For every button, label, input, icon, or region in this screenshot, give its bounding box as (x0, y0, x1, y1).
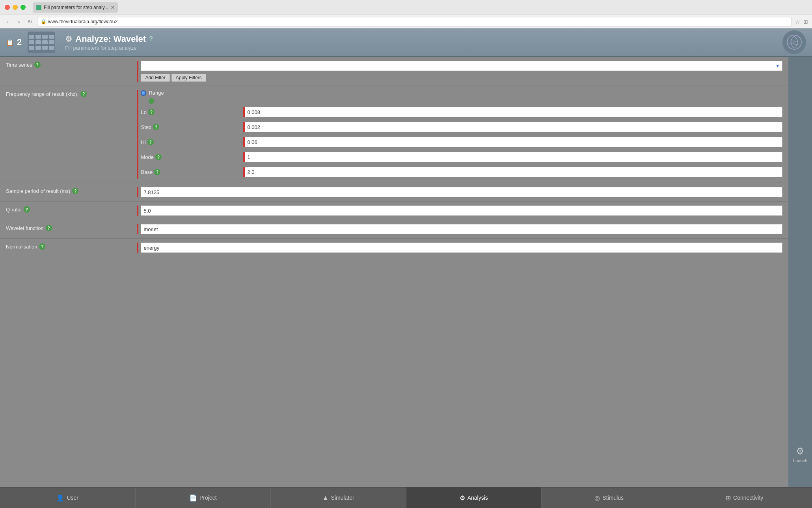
nav-analysis[interactable]: ⚙ Analysis (406, 487, 542, 508)
time-series-control: ▼ Add Filter Apply Filters (141, 61, 782, 82)
normalisation-controls: energy (137, 243, 782, 253)
nav-stimulus[interactable]: ◎ Stimulus (542, 487, 677, 508)
frequency-required-indicator (137, 90, 138, 179)
sample-period-help-icon[interactable]: ? (72, 188, 78, 194)
mode-label: Mode ? (141, 154, 243, 160)
frequency-controls: Range Lo ? (137, 90, 782, 179)
wavelet-fn-select[interactable]: morlet (141, 224, 782, 234)
connectivity-icon: ⊞ (726, 494, 731, 502)
range-radio[interactable]: Range (141, 90, 782, 96)
title-gear-icon: ⚙ (65, 34, 72, 44)
lo-row: Lo ? (141, 105, 782, 119)
refresh-button[interactable]: ↻ (26, 18, 34, 26)
sample-period-input[interactable] (141, 187, 782, 197)
q-ratio-row: Q-ratio ? (0, 202, 788, 220)
bottom-nav: 👤 User 📄 Project ▲ Simulator ⚙ Analysis … (0, 487, 812, 508)
sample-period-row: Sample period of result (ms) ? (0, 183, 788, 202)
url-text: www.thevirtualbrain.org/flow/2/52 (48, 19, 117, 24)
nav-connectivity[interactable]: ⊞ Connectivity (677, 487, 812, 508)
normalisation-select[interactable]: energy (141, 243, 782, 253)
step-help-icon[interactable]: ? (153, 124, 159, 130)
base-row: Base ? (141, 165, 782, 179)
required-indicator (137, 61, 138, 82)
add-filter-button[interactable]: Add Filter (141, 74, 169, 82)
range-radio-button[interactable] (141, 90, 146, 96)
close-button[interactable] (5, 5, 10, 10)
url-bar[interactable]: 🔒 www.thevirtualbrain.org/flow/2/52 (37, 17, 792, 26)
lo-label: Lo ? (141, 109, 243, 115)
normalisation-row: Normalisation ? energy (0, 239, 788, 257)
forward-button[interactable]: › (15, 18, 23, 26)
step-input[interactable] (243, 122, 782, 132)
hi-input[interactable] (243, 137, 782, 147)
maximize-button[interactable] (20, 5, 26, 10)
wavelet-fn-indicator (137, 224, 138, 234)
base-input[interactable] (243, 167, 782, 177)
nav-stimulus-label: Stimulus (602, 495, 624, 501)
page-subtitle: Fill parameters for step analyze (65, 45, 777, 51)
filter-buttons: Add Filter Apply Filters (141, 74, 782, 82)
time-series-select[interactable] (141, 61, 782, 71)
nav-simulator-label: Simulator (331, 495, 354, 501)
nav-user-label: User (67, 495, 78, 501)
time-series-help-icon[interactable]: ? (34, 62, 41, 68)
q-ratio-indicator (137, 205, 138, 216)
form-area: Time series ? ▼ Add Filter Apply Filters (0, 57, 788, 487)
launch-gear-icon: ⚙ (796, 446, 805, 457)
step-divider (28, 32, 55, 53)
app-header: 📋 2 ⚙ Analyze: Wavelet ? Fill parameters… (0, 28, 812, 57)
header-right (782, 30, 806, 54)
nav-user[interactable]: 👤 User (0, 487, 136, 508)
step-row: Step ? (141, 120, 782, 134)
stimulus-icon: ◎ (594, 494, 600, 502)
sample-period-label: Sample period of result (ms) ? (6, 187, 137, 194)
launch-area[interactable]: ⚙ Launch (793, 446, 807, 463)
lo-help-icon[interactable]: ? (148, 109, 155, 115)
frequency-help-icon[interactable]: ? (80, 91, 87, 97)
traffic-lights (5, 5, 26, 10)
wavelet-fn-help-icon[interactable]: ? (46, 225, 52, 231)
nav-simulator[interactable]: ▲ Simulator (271, 487, 406, 508)
svg-point-0 (787, 35, 801, 49)
browser-tab[interactable]: Fill parameters for step analy... ✕ (33, 2, 118, 13)
simulator-icon: ▲ (322, 494, 329, 501)
apply-filters-button[interactable]: Apply Filters (171, 74, 206, 82)
hi-row: Hi ? (141, 135, 782, 149)
mode-input[interactable] (243, 152, 782, 162)
q-ratio-help-icon[interactable]: ? (24, 206, 30, 213)
mode-row: Mode ? (141, 150, 782, 164)
q-ratio-label: Q-ratio ? (6, 205, 137, 213)
mode-help-icon[interactable]: ? (155, 154, 162, 160)
hi-label: Hi ? (141, 139, 243, 145)
minimize-button[interactable] (13, 5, 18, 10)
frequency-range-row: Frequency range of result (khz). ? Range (0, 86, 788, 183)
lo-input[interactable] (243, 107, 782, 117)
normalisation-indicator (137, 243, 138, 253)
tab-close-icon[interactable]: ✕ (111, 5, 115, 10)
frequency-range-label: Frequency range of result (khz). ? (6, 90, 137, 97)
main-content: Time series ? ▼ Add Filter Apply Filters (0, 57, 812, 487)
range-section: Range (141, 90, 782, 104)
q-ratio-input[interactable] (141, 205, 782, 216)
back-button[interactable]: ‹ (4, 18, 12, 26)
title-help-icon[interactable]: ? (149, 35, 153, 43)
nav-project[interactable]: 📄 Project (136, 487, 271, 508)
page-title: ⚙ Analyze: Wavelet ? (65, 34, 777, 44)
wavelet-fn-label: Wavelet function ? (6, 224, 137, 231)
right-sidebar: ⚙ Launch (788, 57, 812, 487)
base-help-icon[interactable]: ? (154, 169, 160, 175)
time-series-label: Time series ? (6, 61, 137, 68)
time-series-row: Time series ? ▼ Add Filter Apply Filters (0, 57, 788, 86)
hi-help-icon[interactable]: ? (147, 139, 154, 145)
normalisation-help-icon[interactable]: ? (39, 243, 45, 250)
q-ratio-controls (137, 205, 782, 216)
frequency-control-area: Range Lo ? (141, 90, 782, 179)
step-number: 2 (17, 37, 22, 47)
step-label: Step ? (141, 124, 243, 130)
nav-analysis-label: Analysis (467, 495, 488, 501)
analysis-icon: ⚙ (460, 494, 465, 502)
normalisation-label: Normalisation ? (6, 243, 137, 250)
extensions-icon[interactable]: ⊞ (803, 19, 808, 25)
bookmark-icon[interactable]: ☆ (795, 19, 800, 25)
sample-period-controls (137, 187, 782, 197)
